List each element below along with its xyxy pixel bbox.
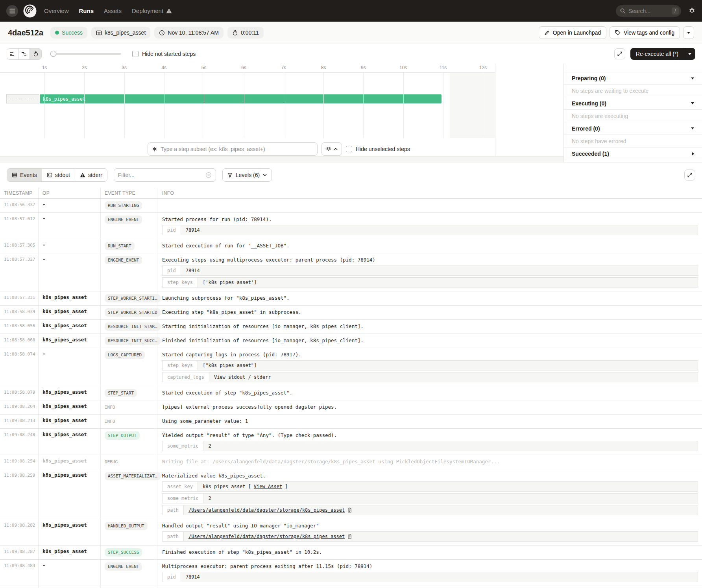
event-type-badge: INFO: [105, 403, 115, 411]
global-search[interactable]: /: [616, 5, 681, 17]
metadata-link[interactable]: View Asset: [254, 484, 282, 489]
panel-section-empty-text: No steps are executing: [564, 110, 702, 122]
hamburger-menu-icon[interactable]: [6, 5, 18, 17]
metadata-value: 2: [203, 494, 698, 503]
search-input[interactable]: [628, 8, 669, 14]
run-actions-dropdown-button[interactable]: [683, 26, 694, 39]
log-op: -: [39, 253, 101, 291]
log-op: k8s_pipes_asset: [39, 546, 101, 559]
open-in-launchpad-button[interactable]: Open in Launchpad: [539, 26, 606, 39]
metadata-key: pid: [163, 266, 181, 275]
log-row[interactable]: 11:08:56.337-RUN_STARTING: [0, 199, 702, 213]
timeline-tick-label: 3s: [122, 65, 127, 70]
log-op: k8s_pipes_asset: [39, 306, 101, 319]
tab-events[interactable]: Events: [7, 169, 42, 181]
chevron-down-icon: [688, 53, 691, 55]
log-row[interactable]: 11:09:08.259k8s_pipes_assetASSET_MATERIA…: [0, 469, 702, 519]
event-type-badge: STEP_START: [105, 389, 137, 397]
step-subset-input[interactable]: [161, 146, 313, 152]
metadata-value: /Users/alangenfeld/data/dagster/storage/…: [184, 505, 698, 515]
metadata-link[interactable]: /Users/alangenfeld/data/dagster/storage/…: [188, 534, 345, 539]
reexecute-dropdown[interactable]: [684, 48, 695, 60]
nav-links: OverviewRunsAssetsDeployment: [44, 7, 172, 14]
view-tags-config-button[interactable]: View tags and config: [610, 26, 680, 39]
log-op: -: [39, 213, 101, 239]
log-row[interactable]: 11:08:58.060k8s_pipes_assetRESOURCE_INIT…: [0, 334, 702, 348]
copy-icon[interactable]: [347, 507, 352, 513]
panel-section-succeeded[interactable]: Succeeded (1): [564, 147, 702, 160]
step-subset-row: Hide unselected steps: [148, 142, 410, 156]
metadata-key: step_keys: [163, 278, 198, 287]
view-timed-button[interactable]: [30, 49, 41, 59]
subset-options-button[interactable]: [321, 142, 342, 156]
nav-assets[interactable]: Assets: [104, 7, 122, 14]
event-type-badge: STEP_OUTPUT: [105, 431, 140, 440]
log-row[interactable]: 11:08:58.039k8s_pipes_assetSTEP_WORKER_S…: [0, 306, 702, 320]
hide-unselected-checkbox[interactable]: [346, 146, 352, 152]
log-row[interactable]: 11:08:57.331k8s_pipes_assetSTEP_WORKER_S…: [0, 291, 702, 306]
log-row[interactable]: 11:08:57.012-ENGINE_EVENTStarted process…: [0, 213, 702, 239]
slider-handle[interactable]: [50, 51, 56, 57]
metadata-key: path: [163, 505, 184, 515]
event-type-badge: STEP_WORKER_STARTED: [105, 308, 161, 317]
tab-stderr[interactable]: stderr: [75, 169, 107, 181]
tab-stdout[interactable]: stdout: [42, 169, 75, 181]
gantt-hscrollbar[interactable]: [0, 156, 563, 162]
log-filter-box: [114, 168, 216, 182]
gantt-fullscreen-button[interactable]: [614, 48, 625, 59]
table-icon: [12, 172, 17, 178]
log-event-type-cell: RESOURCE_INIT_STAR…: [101, 320, 157, 334]
event-type-badge: LOGS_CAPTURED: [105, 351, 145, 359]
metadata-row: step_keys["k8s_pipes_asset"]: [162, 360, 698, 370]
log-row[interactable]: 11:09:08.489-RUN_SUCCESSFinished executi…: [0, 586, 702, 588]
log-row[interactable]: 11:08:57.327-ENGINE_EVENTExecuting steps…: [0, 253, 702, 291]
log-row[interactable]: 11:09:08.484-ENGINE_EVENTMultiprocess ex…: [0, 560, 702, 586]
log-row[interactable]: 11:09:08.282k8s_pipes_assetHANDLED_OUTPU…: [0, 519, 702, 546]
log-row[interactable]: 11:09:08.287k8s_pipes_assetSTEP_SUCCESSF…: [0, 546, 702, 560]
settings-gear-icon[interactable]: [688, 7, 696, 15]
gantt-step-bar[interactable]: k8s_pipes_asset: [40, 94, 442, 103]
nav-runs[interactable]: Runs: [79, 7, 94, 14]
log-info-cell: Finished initialization of resources [io…: [157, 334, 702, 348]
view-waterfall-button[interactable]: [18, 49, 30, 59]
metadata-list: some_metric2: [162, 441, 698, 451]
view-flat-button[interactable]: [7, 49, 18, 59]
levels-filter-button[interactable]: Levels (6): [222, 168, 272, 182]
log-event-type-cell: RUN_START: [101, 239, 157, 253]
reexecute-all-button[interactable]: Re-execute all (*): [630, 48, 695, 60]
log-event-type-cell: ENGINE_EVENT: [101, 560, 157, 586]
log-row[interactable]: 11:08:57.305-RUN_STARTStarted execution …: [0, 239, 702, 253]
log-row[interactable]: 11:08:58.079k8s_pipes_assetSTEP_STARTSta…: [0, 386, 702, 400]
col-info: INFO: [157, 188, 702, 198]
metadata-value: k8s_pipes_asset [View Asset]: [198, 482, 698, 491]
panel-section-errored[interactable]: Errored (0): [564, 122, 702, 135]
clear-filter-icon[interactable]: [205, 172, 212, 178]
log-row[interactable]: 11:09:08.254k8s_pipes_assetDEBUGWriting …: [0, 455, 702, 469]
log-row[interactable]: 11:09:08.204k8s_pipes_assetINFO[pipes] e…: [0, 400, 702, 415]
panel-section-executing[interactable]: Executing (0): [564, 97, 702, 110]
log-timestamp: 11:08:58.079: [0, 386, 39, 400]
success-dot-icon: [55, 31, 59, 35]
logs-fullscreen-button[interactable]: [684, 170, 695, 181]
log-op: k8s_pipes_asset: [39, 291, 101, 305]
log-filter-input[interactable]: [118, 172, 202, 178]
log-row[interactable]: 11:09:08.248k8s_pipes_assetSTEP_OUTPUTYi…: [0, 429, 702, 455]
dagster-logo[interactable]: [23, 4, 37, 18]
event-type-badge: STEP_WORKER_STARTI…: [105, 294, 161, 302]
log-info-text: Started capturing logs in process (pid: …: [162, 351, 698, 358]
panel-section-preparing[interactable]: Preparing (0): [564, 72, 702, 85]
nav-deployment[interactable]: Deployment: [132, 7, 172, 14]
job-name-pill[interactable]: k8s_pipes_asset: [91, 27, 150, 39]
log-event-type-cell: ENGINE_EVENT: [101, 253, 157, 291]
hide-not-started-checkbox[interactable]: [132, 51, 139, 57]
log-info-cell: Finished execution of run for "__ASSET_J…: [157, 586, 702, 588]
log-row[interactable]: 11:08:58.056k8s_pipes_assetRESOURCE_INIT…: [0, 320, 702, 334]
log-info-cell: Yielded output "result" of type "Any". (…: [157, 429, 702, 455]
log-row[interactable]: 11:09:08.213k8s_pipes_assetINFOUsing som…: [0, 415, 702, 429]
copy-icon[interactable]: [347, 534, 352, 539]
metadata-link[interactable]: /Users/alangenfeld/data/dagster/storage/…: [188, 507, 345, 513]
log-row[interactable]: 11:08:58.074-LOGS_CAPTUREDStarted captur…: [0, 348, 702, 386]
nav-overview[interactable]: Overview: [44, 7, 69, 14]
gantt-zoom-slider[interactable]: [50, 53, 121, 55]
log-info-text: Launching subprocess for "k8s_pipes_asse…: [162, 294, 698, 301]
